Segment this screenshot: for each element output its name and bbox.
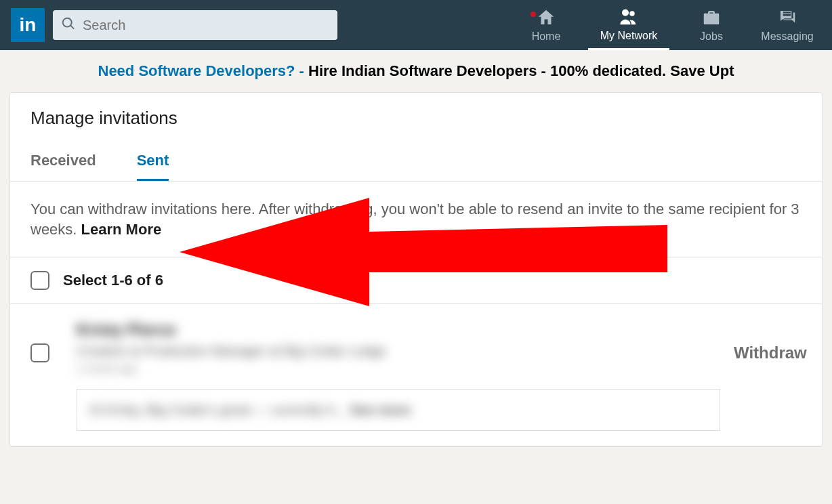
- ad-rest-text: Hire Indian Software Developers - 100% d…: [308, 62, 734, 79]
- nav-jobs[interactable]: Jobs: [678, 0, 745, 50]
- invite-timestamp: 1 month ago: [77, 363, 720, 375]
- nav-label: Home: [532, 30, 561, 43]
- people-icon: [618, 7, 640, 30]
- message-preview: Hi Kristy, Big Cedar's great — currently…: [89, 402, 346, 417]
- invite-message-box: Hi Kristy, Big Cedar's great — currently…: [77, 389, 720, 431]
- linkedin-logo[interactable]: in: [11, 8, 45, 42]
- nav-label: Messaging: [761, 30, 813, 43]
- invitee-name[interactable]: Kristy Pierce: [77, 320, 720, 339]
- top-nav: in Home My Network Jobs Messaging: [0, 0, 832, 50]
- nav-my-network[interactable]: My Network: [588, 0, 669, 50]
- invite-checkbox[interactable]: [30, 343, 49, 362]
- nav-label: My Network: [600, 30, 657, 42]
- nav-label: Jobs: [700, 30, 723, 43]
- withdraw-button[interactable]: Withdraw: [734, 320, 812, 362]
- messaging-icon: [777, 7, 797, 30]
- see-more-link[interactable]: See more: [350, 402, 411, 417]
- page-title: Manage invitations: [30, 108, 802, 129]
- invitee-title: Creative & Production Manager at Big Ced…: [77, 343, 720, 359]
- nav-home[interactable]: Home: [512, 0, 580, 50]
- select-count-label: Select 1-6 of 6: [63, 272, 163, 289]
- ad-link-text: Need Software Developers? -: [98, 62, 309, 79]
- tab-sent[interactable]: Sent: [137, 152, 169, 181]
- ad-banner[interactable]: Need Software Developers? - Hire Indian …: [0, 50, 832, 92]
- search-input[interactable]: [83, 18, 329, 33]
- nav-messaging[interactable]: Messaging: [753, 0, 821, 50]
- search-icon: [61, 16, 76, 34]
- manage-invitations-panel: Manage invitations Received Sent You can…: [9, 92, 823, 447]
- home-icon: [536, 7, 556, 30]
- invitation-row: Kristy Pierce Creative & Production Mana…: [10, 304, 822, 446]
- learn-more-link[interactable]: Learn More: [81, 221, 162, 238]
- briefcase-icon: [701, 7, 722, 30]
- invitation-tabs: Received Sent: [10, 152, 822, 182]
- notification-badge: [529, 10, 537, 18]
- search-box[interactable]: [53, 10, 337, 40]
- select-all-checkbox[interactable]: [30, 271, 49, 290]
- tab-received[interactable]: Received: [30, 152, 96, 181]
- select-all-row: Select 1-6 of 6: [10, 257, 822, 304]
- withdraw-info: You can withdraw invitations here. After…: [10, 182, 822, 257]
